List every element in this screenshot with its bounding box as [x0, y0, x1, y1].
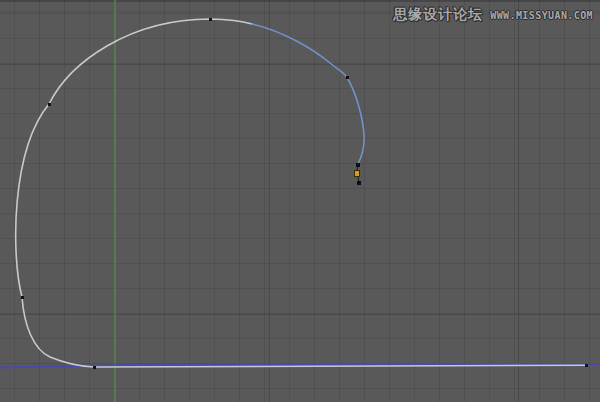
spline-vertex[interactable] — [346, 76, 349, 79]
spline-vertex[interactable] — [48, 103, 51, 106]
spline-vertex[interactable] — [93, 366, 96, 369]
watermark-site-name: 思缘设计论坛 — [393, 6, 483, 24]
watermark-site-url: WWW.MISSYUAN.COM — [490, 10, 593, 21]
spline-vertex[interactable] — [356, 163, 360, 167]
spline-vertex[interactable] — [585, 364, 588, 367]
spline-vertex[interactable] — [357, 181, 361, 185]
spline-path-active[interactable] — [252, 24, 364, 164]
scene-svg — [0, 0, 600, 402]
viewport-canvas[interactable]: 思缘设计论坛 WWW.MISSYUAN.COM — [0, 0, 600, 402]
spline-path-light[interactable] — [16, 19, 586, 367]
watermark: 思缘设计论坛 WWW.MISSYUAN.COM — [393, 6, 593, 24]
spline-vertex[interactable] — [21, 296, 24, 299]
selected-spline-point[interactable] — [354, 170, 360, 177]
spline-vertex[interactable] — [209, 18, 212, 21]
